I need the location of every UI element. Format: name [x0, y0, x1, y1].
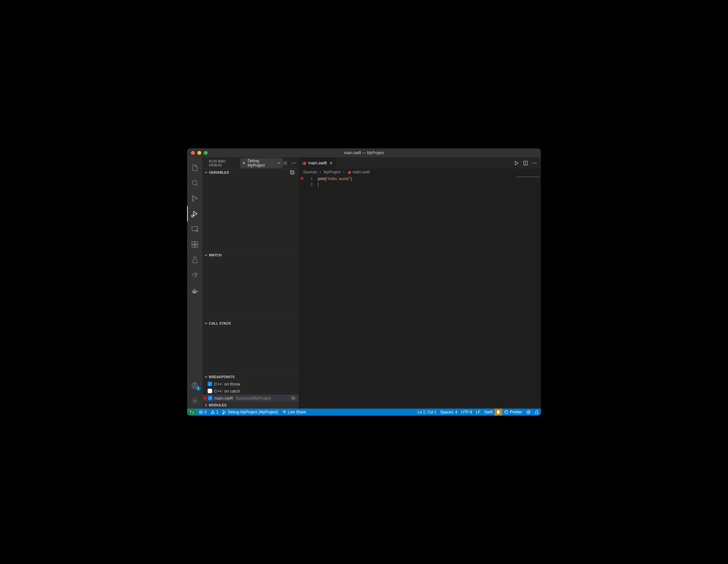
svg-rect-10 [195, 242, 198, 244]
tab-bar: main.swift [299, 157, 541, 169]
breakpoint-indicator-icon[interactable] [301, 177, 303, 180]
svg-point-2 [192, 200, 194, 201]
extensions-icon[interactable] [187, 237, 203, 252]
search-icon[interactable] [187, 175, 203, 191]
checkbox-icon[interactable]: ✓ [208, 382, 212, 386]
checkbox-icon[interactable] [208, 389, 212, 393]
minimap[interactable] [515, 176, 541, 409]
indentation-button[interactable]: Spaces: 4 [438, 409, 459, 416]
svg-point-15 [292, 162, 292, 163]
settings-gear-icon[interactable] [187, 393, 203, 409]
minimize-window-button[interactable] [197, 151, 201, 155]
debug-config-label: Debug MyProject [248, 159, 275, 168]
watch-header[interactable]: WATCH [203, 252, 299, 259]
prettier-button[interactable]: Prettier [502, 409, 524, 416]
debug-sidebar: RUN AND DEBUG Debug MyProject VARIABLES [203, 157, 299, 409]
svg-point-13 [194, 400, 196, 402]
breakpoint-row[interactable]: C++: on catch [203, 387, 299, 394]
run-icon[interactable] [514, 161, 519, 166]
breakpoint-row[interactable]: ✓ C++: on throw [203, 380, 299, 387]
share-icon[interactable] [187, 268, 203, 283]
status-bar: 0 1 Debug MyProject (MyProject) Live Sha… [187, 409, 541, 416]
notifications-icon[interactable] [533, 409, 541, 416]
chevron-right-icon [319, 170, 322, 174]
encoding-button[interactable]: UTF-8 [459, 409, 474, 416]
explorer-icon[interactable] [187, 160, 203, 175]
activity-bar: 1 [187, 157, 203, 409]
debug-target-button[interactable]: Debug MyProject (MyProject) [220, 409, 280, 416]
chevron-right-icon [342, 170, 346, 174]
errors-button[interactable]: 0 [197, 409, 209, 416]
svg-point-21 [534, 162, 535, 163]
more-icon[interactable] [291, 161, 296, 166]
breakpoint-dot-icon [204, 397, 207, 400]
window-title: main.swift — MyProject [344, 151, 384, 155]
collapse-all-icon[interactable] [290, 170, 295, 175]
run-debug-icon[interactable] [187, 206, 203, 221]
code-content: print("Hello, world!") [318, 176, 352, 409]
breakpoints-list: ✓ C++: on throw C++: on catch ✓ main.swi… [203, 380, 299, 402]
warnings-button[interactable]: 1 [209, 409, 220, 416]
breadcrumbs[interactable]: Sources MyProject main.swift [299, 169, 541, 176]
remote-explorer-icon[interactable] [187, 221, 203, 237]
feedback-icon[interactable] [524, 409, 533, 416]
svg-rect-5 [192, 227, 198, 231]
swift-file-icon [302, 161, 306, 165]
swift-file-icon [347, 170, 351, 174]
debug-config-dropdown[interactable]: Debug MyProject [240, 158, 283, 168]
editor-tab[interactable]: main.swift [299, 157, 337, 169]
sidebar-title: RUN AND DEBUG [209, 159, 238, 167]
tab-label: main.swift [308, 161, 327, 165]
svg-point-12 [194, 384, 196, 386]
svg-point-4 [192, 215, 194, 217]
source-control-icon[interactable] [187, 191, 203, 206]
variables-section: VARIABLES [203, 169, 299, 251]
code-editor[interactable]: 1 2 print("Hello, world!") [299, 176, 541, 409]
svg-point-22 [536, 162, 536, 163]
line-gutter: 1 2 [299, 176, 318, 409]
cursor-position[interactable]: Ln 2, Col 1 [416, 409, 438, 416]
liveshare-button[interactable]: Live Share [280, 409, 308, 416]
svg-rect-8 [192, 245, 194, 247]
gear-icon[interactable] [283, 161, 288, 166]
docker-icon[interactable] [187, 283, 203, 298]
callstack-header[interactable]: CALL STACK [203, 320, 299, 327]
main-body: 1 RUN AND DEBUG Debug MyProject [187, 157, 541, 409]
vscode-window: main.swift — MyProject 1 RUN AND DEBUG D… [187, 148, 541, 416]
copilot-button[interactable] [494, 409, 502, 416]
titlebar: main.swift — MyProject [187, 148, 541, 157]
language-mode-button[interactable]: Swift [482, 409, 494, 416]
more-icon[interactable] [532, 161, 537, 166]
svg-point-20 [533, 162, 533, 163]
editor-area: main.swift Sources MyProject main.swift [299, 157, 541, 409]
breakpoints-header[interactable]: BREAKPOINTS [203, 373, 299, 380]
svg-point-0 [192, 180, 197, 185]
variables-header[interactable]: VARIABLES [203, 169, 299, 176]
watch-section: WATCH [203, 251, 299, 319]
svg-rect-9 [195, 245, 198, 247]
svg-point-16 [293, 162, 294, 163]
accounts-badge: 1 [196, 386, 201, 391]
eol-button[interactable]: LF [474, 409, 482, 416]
split-editor-icon[interactable] [523, 161, 528, 166]
breakpoint-row[interactable]: ✓ main.swift Sources/MyProject 1 [203, 394, 299, 402]
callstack-section: CALL STACK [203, 319, 299, 373]
svg-rect-18 [290, 170, 293, 173]
window-controls [191, 151, 208, 155]
breakpoints-section: BREAKPOINTS ✓ C++: on throw C++: on catc… [203, 373, 299, 409]
sidebar-header: RUN AND DEBUG Debug MyProject [203, 157, 299, 169]
svg-point-17 [295, 162, 295, 163]
svg-rect-7 [192, 242, 194, 244]
close-window-button[interactable] [191, 151, 195, 155]
accounts-icon[interactable]: 1 [187, 378, 203, 393]
svg-point-27 [528, 411, 529, 413]
maximize-window-button[interactable] [204, 151, 208, 155]
text-cursor [318, 182, 318, 187]
modules-header[interactable]: MODULES [203, 402, 299, 409]
close-tab-icon[interactable] [329, 161, 333, 165]
svg-point-14 [285, 162, 286, 164]
checkbox-icon[interactable]: ✓ [208, 396, 212, 400]
remote-button[interactable] [187, 409, 197, 416]
testing-icon[interactable] [187, 252, 203, 268]
svg-point-1 [192, 196, 194, 197]
